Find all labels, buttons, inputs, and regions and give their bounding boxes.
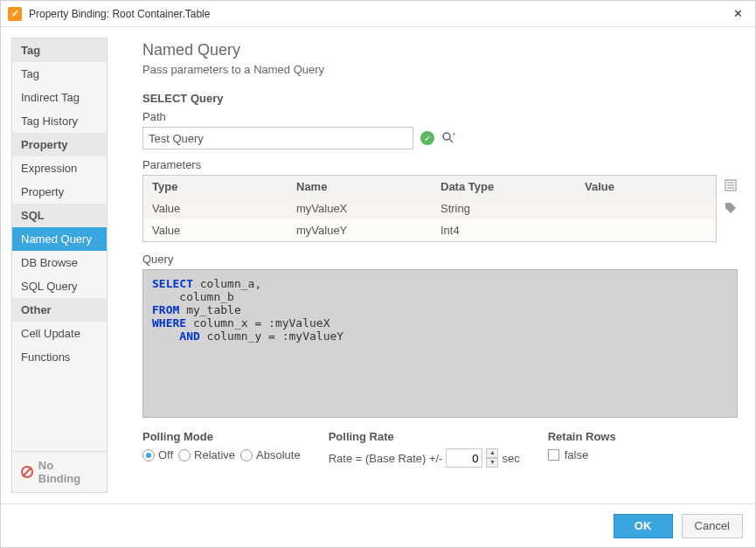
table-cell-name: myValueX [288,198,432,219]
svg-point-0 [443,133,450,140]
sidebar-header: Property [12,133,107,156]
header-type: Type [143,176,288,198]
retain-rows-row: false [548,448,616,461]
parameters-container: Type Name Data Type Value ValuemyValueXS… [142,175,738,253]
sidebar-header: Other [12,298,107,322]
radio-label: Absolute [256,448,301,461]
svg-text:+: + [452,131,455,138]
table-cell-value [576,219,716,241]
footer: OK Cancel [1,503,755,547]
ok-button[interactable]: OK [614,514,673,538]
table-cell-name: myValueY [288,219,432,241]
radio-icon [178,449,191,461]
close-icon[interactable]: ✕ [727,3,748,24]
table-row[interactable]: ValuemyValueXString [143,198,716,219]
search-icon[interactable]: + [441,131,455,145]
parameters-label: Parameters [142,158,738,171]
query-box: SELECT column_a, column_b FROM my_table … [142,269,738,418]
rate-spinner-up[interactable]: ▲ [486,448,498,458]
retain-rows-checkbox[interactable] [548,449,559,461]
table-cell-type: Value [143,219,288,241]
path-label: Path [142,110,738,123]
table-cell-datatype: Int4 [432,219,576,241]
svg-line-1 [449,139,453,142]
body: TagTagIndirect TagTag HistoryPropertyExp… [1,27,755,503]
sidebar-item-expression[interactable]: Expression [12,156,107,180]
parameters-table-wrap: Type Name Data Type Value ValuemyValueXS… [142,175,717,253]
polling-mode-group: Polling Mode OffRelativeAbsolute [142,430,301,461]
query-label: Query [142,253,738,266]
tag-icon[interactable] [724,201,738,215]
sidebar-item-tag-history[interactable]: Tag History [12,109,107,133]
rate-suffix: sec [502,452,519,465]
path-input[interactable] [142,127,413,149]
polling-mode-absolute[interactable]: Absolute [240,448,301,461]
polling-rate-group: Polling Rate Rate = (Base Rate) +/- ▲ ▼ … [329,430,520,468]
path-row: ✓ + [142,127,738,149]
window-title: Property Binding: Root Container.Table [29,8,727,20]
table-cell-value [576,198,716,219]
no-binding-label: No Binding [38,459,98,485]
rate-spinner-down[interactable]: ▼ [486,458,498,468]
no-binding-icon [21,466,33,478]
sidebar-item-cell-update[interactable]: Cell Update [12,322,107,345]
table-side-icons [724,175,738,215]
bottom-row: Polling Mode OffRelativeAbsolute Polling… [142,430,738,468]
header-name: Name [288,176,432,198]
rate-prefix: Rate = (Base Rate) +/- [329,452,443,465]
titlebar: Property Binding: Root Container.Table ✕ [1,1,755,27]
page-subtitle: Pass parameters to a Named Query [142,63,738,76]
app-icon [8,7,22,21]
parameters-table: Type Name Data Type Value ValuemyValueXS… [142,175,717,242]
radio-label: Relative [194,448,235,461]
list-icon[interactable] [724,178,738,192]
polling-mode-label: Polling Mode [142,430,301,443]
sidebar-item-db-browse[interactable]: DB Browse [12,251,107,274]
header-datatype: Data Type [432,176,576,198]
sidebar-header: Tag [12,38,107,62]
retain-rows-label: Retain Rows [548,430,616,443]
radio-label: Off [158,448,173,461]
no-binding-button[interactable]: No Binding [12,451,107,492]
sidebar-item-property[interactable]: Property [12,180,107,204]
table-row[interactable]: ValuemyValueYInt4 [143,219,716,241]
sidebar: TagTagIndirect TagTag HistoryPropertyExp… [11,38,108,493]
table-cell-type: Value [143,198,288,219]
window: Property Binding: Root Container.Table ✕… [0,0,756,548]
polling-mode-radios: OffRelativeAbsolute [142,448,301,461]
rate-spinner: ▲ ▼ [486,448,498,468]
sidebar-item-indirect-tag[interactable]: Indirect Tag [12,86,107,109]
valid-icon: ✓ [420,131,434,145]
polling-rate-label: Polling Rate [329,430,520,443]
retain-rows-group: Retain Rows false [548,430,616,461]
cancel-button[interactable]: Cancel [682,514,743,538]
table-header-row: Type Name Data Type Value [143,176,716,198]
retain-rows-text: false [565,448,588,461]
polling-mode-relative[interactable]: Relative [178,448,235,461]
radio-icon [142,449,155,461]
polling-rate-row: Rate = (Base Rate) +/- ▲ ▼ sec [329,448,520,468]
radio-icon [240,449,253,461]
sidebar-list: TagTagIndirect TagTag HistoryPropertyExp… [12,38,107,451]
sidebar-item-named-query[interactable]: Named Query [12,227,107,251]
select-query-header: SELECT Query [142,92,738,105]
header-value: Value [576,176,716,198]
table-cell-datatype: String [432,198,576,219]
page-title: Named Query [142,41,738,59]
sidebar-header: SQL [12,204,107,227]
sidebar-item-tag[interactable]: Tag [12,62,107,86]
rate-input[interactable] [446,448,482,468]
sidebar-item-sql-query[interactable]: SQL Query [12,274,107,298]
sidebar-item-functions[interactable]: Functions [12,345,107,369]
polling-mode-off[interactable]: Off [142,448,173,461]
main-panel: Named Query Pass parameters to a Named Q… [118,38,745,493]
